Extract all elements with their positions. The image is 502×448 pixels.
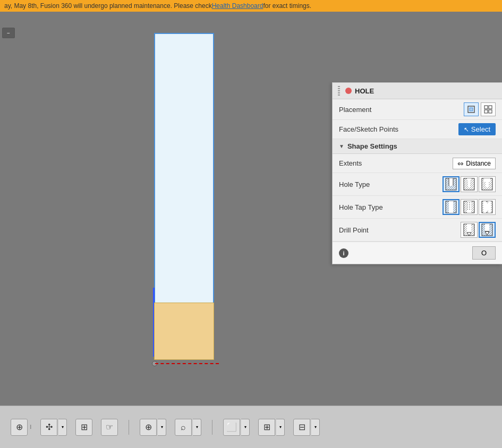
placement-label: Placement (339, 106, 464, 114)
hole-type-row: Hole Type (333, 173, 502, 196)
hole-type-btn-1[interactable] (443, 176, 460, 192)
face-sketch-row: Face/Sketch Points ↖ Select (333, 120, 502, 139)
svg-rect-17 (484, 178, 490, 182)
base-surface-rect (154, 303, 214, 360)
extents-controls: ⇔ Distance (453, 158, 496, 169)
select-btn-label: Select (471, 125, 490, 133)
hole-tap-type-controls (443, 199, 496, 215)
svg-rect-33 (486, 203, 488, 211)
svg-rect-8 (449, 178, 453, 186)
layout-tool-group: ⊟ ▾ (293, 419, 320, 436)
select-cursor-icon: ↖ (464, 126, 469, 133)
placement-icon-multi[interactable] (481, 102, 496, 116)
svg-rect-4 (484, 110, 488, 113)
display-tool-btn[interactable]: ⬜ (223, 419, 240, 436)
drill-point-btn-2[interactable] (479, 222, 496, 238)
hole-type-btn-3[interactable] (479, 176, 496, 192)
layout-dropdown[interactable]: ▾ (311, 419, 320, 436)
distance-arrows-icon: ⇔ (457, 159, 464, 168)
toolbar-sep-1 (129, 420, 129, 435)
toolbar-sep-2 (212, 420, 212, 435)
fit-tool-btn[interactable]: ⌕ (175, 419, 192, 436)
grid-tool-btn[interactable]: ⊞ (75, 419, 92, 436)
drill-point-btn-1[interactable] (461, 222, 478, 238)
shape-settings-header[interactable]: ▼ Shape Settings (333, 139, 502, 154)
pan-tool-group: ☞ (101, 419, 118, 436)
svg-rect-1 (470, 108, 473, 111)
add-toolbar-btn[interactable]: ⊕ (11, 419, 28, 436)
move-tool-dropdown[interactable]: ▾ (58, 419, 67, 436)
distance-label: Distance (466, 160, 491, 167)
svg-rect-5 (489, 110, 492, 113)
svg-rect-40 (485, 224, 489, 231)
grid-display-btn[interactable]: ⊞ (258, 419, 275, 436)
svg-rect-31 (483, 201, 486, 213)
info-row: i O (333, 242, 502, 264)
3d-body-rect (154, 33, 214, 304)
banner-text-after: for exact timings. (263, 2, 311, 10)
zoom-tool-group: ⊕ ▾ (140, 419, 166, 436)
bottom-toolbar: ⊕ ⁞ ✣ ▾ ⊞ ☞ ⊕ ▾ ⌕ ▾ ⬜ ▾ ⊞ ▾ ⊟ ▾ (0, 406, 502, 448)
info-icon-label: i (343, 250, 344, 256)
layout-tool-btn[interactable]: ⊟ (293, 419, 310, 436)
mini-btn-minus[interactable]: − (2, 28, 15, 38)
hole-tap-btn-1[interactable] (443, 199, 460, 215)
zoom-tool-btn[interactable]: ⊕ (140, 419, 157, 436)
svg-rect-14 (468, 182, 470, 187)
extents-label: Extents (339, 159, 453, 167)
toolbar-add-group: ⊕ ⁞ (11, 419, 32, 436)
svg-rect-32 (488, 201, 491, 213)
grid-display-group: ⊞ ▾ (258, 419, 285, 436)
panel-close-icon[interactable] (345, 88, 352, 94)
svg-rect-21 (449, 201, 453, 213)
axis-line (155, 363, 219, 364)
display-tool-group: ⬜ ▾ (223, 419, 250, 436)
panel-header: HOLE (333, 83, 502, 99)
drill-point-row: Drill Point (333, 219, 502, 242)
grid-tool-group: ⊞ (75, 419, 92, 436)
svg-rect-2 (484, 106, 488, 109)
zoom-tool-dropdown[interactable]: ▾ (158, 419, 166, 436)
drill-point-controls (461, 222, 496, 238)
shape-settings-label: Shape Settings (347, 142, 397, 150)
banner-text: ay, May 8th, Fusion 360 will undergo pla… (4, 2, 212, 10)
select-button[interactable]: ↖ Select (458, 123, 496, 135)
face-sketch-controls: ↖ Select (458, 123, 496, 135)
maintenance-banner: ay, May 8th, Fusion 360 will undergo pla… (0, 0, 502, 12)
hole-tap-type-row: Hole Tap Type (333, 196, 502, 219)
ok-button[interactable]: O (472, 246, 496, 260)
fit-tool-dropdown[interactable]: ▾ (193, 419, 201, 436)
toolbar-separator-line: ⁞ (29, 424, 32, 430)
svg-rect-3 (489, 106, 492, 109)
panel-drag-handle[interactable] (338, 86, 340, 96)
health-dashboard-link[interactable]: Health Dashboard (212, 2, 263, 10)
mini-controls: − (2, 28, 15, 41)
grid-display-dropdown[interactable]: ▾ (276, 419, 285, 436)
distance-control[interactable]: ⇔ Distance (453, 158, 496, 169)
svg-rect-36 (467, 224, 471, 232)
hole-type-controls (443, 176, 496, 192)
move-tool-btn[interactable]: ✣ (40, 419, 57, 436)
move-tool-group: ✣ ▾ (40, 419, 67, 436)
hole-type-btn-2[interactable] (461, 176, 478, 192)
placement-controls (464, 102, 496, 116)
collapse-triangle-icon: ▼ (339, 143, 344, 149)
info-icon[interactable]: i (339, 248, 348, 258)
hole-type-label: Hole Type (339, 180, 443, 188)
placement-row: Placement (333, 99, 502, 120)
hole-tap-type-label: Hole Tap Type (339, 203, 443, 211)
extents-row: Extents ⇔ Distance (333, 154, 502, 173)
panel-title: HOLE (355, 87, 497, 95)
face-sketch-label: Face/Sketch Points (339, 125, 458, 133)
display-dropdown[interactable]: ▾ (241, 419, 250, 436)
hole-panel: HOLE Placement Face/Sketch Point (332, 82, 502, 264)
svg-rect-18 (486, 182, 489, 187)
placement-icon-single[interactable] (464, 102, 479, 116)
pan-tool-btn[interactable]: ☞ (101, 419, 118, 436)
hole-tap-btn-3[interactable] (479, 199, 496, 215)
3d-object-container (85, 33, 244, 394)
hole-tap-btn-2[interactable] (461, 199, 478, 215)
fit-tool-group: ⌕ ▾ (175, 419, 201, 436)
drill-point-label: Drill Point (339, 226, 461, 234)
